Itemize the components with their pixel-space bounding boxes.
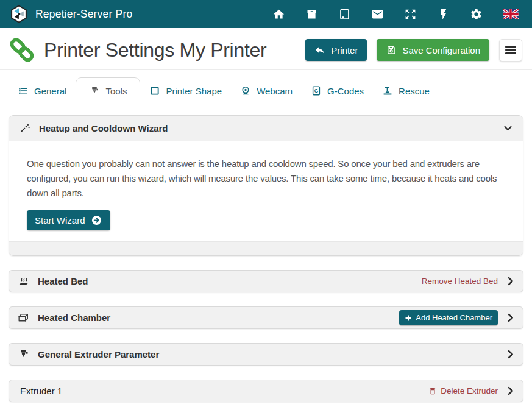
tab-rescue[interactable]: Rescue (373, 77, 439, 104)
tab-tools[interactable]: Tools (76, 77, 140, 104)
section-general-extruder-parameter[interactable]: General Extruder Parameter (9, 343, 523, 366)
rescue-icon (382, 85, 393, 96)
wizard-panel-title: Heatup and Cooldown Wizard (39, 123, 168, 133)
home-icon[interactable] (272, 8, 285, 21)
topbar-icon-menu (272, 8, 522, 21)
section-title: General Extruder Parameter (38, 349, 159, 359)
add-heated-chamber-button[interactable]: Add Heated Chamber (399, 310, 498, 325)
list-icon (18, 85, 29, 96)
trash-icon (428, 387, 437, 395)
section-heated-chamber[interactable]: Heated Chamber Add Heated Chamber (9, 306, 523, 329)
section-heated-bed[interactable]: Heated Bed Remove Heated Bed (9, 270, 523, 292)
tab-webcam[interactable]: Webcam (231, 77, 302, 104)
archive-box-icon[interactable] (305, 8, 318, 21)
printer-button[interactable]: Printer (305, 39, 367, 61)
gcode-file-icon: G (311, 85, 322, 96)
chain-link-icon (9, 37, 35, 63)
tab-general[interactable]: General (9, 77, 76, 104)
magic-wand-icon (19, 122, 30, 134)
square-outline-icon (149, 85, 160, 96)
wizard-panel-body: One question you probably can not answer… (9, 141, 523, 241)
heated-bed-icon (17, 275, 30, 288)
wizard-panel-header[interactable]: Heatup and Cooldown Wizard (9, 116, 523, 141)
tablet-icon[interactable] (338, 8, 351, 21)
tab-printer-shape[interactable]: Printer Shape (140, 77, 231, 104)
chevron-right-icon[interactable] (505, 276, 516, 286)
heatup-cooldown-wizard-panel: Heatup and Cooldown Wizard One question … (9, 115, 523, 256)
section-title: Heated Bed (38, 276, 88, 286)
section-extruder-1[interactable]: Extruder 1 Delete Extruder (9, 380, 523, 402)
svg-text:G: G (314, 88, 318, 94)
chevron-right-icon[interactable] (505, 386, 516, 396)
section-title: Extruder 1 (17, 386, 62, 396)
chamber-icon (17, 311, 30, 324)
brand[interactable]: Repetier-Server Pro (10, 5, 132, 23)
chevron-right-icon[interactable] (505, 349, 516, 359)
plus-icon (405, 314, 412, 322)
app-title: Repetier-Server Pro (35, 8, 132, 21)
uk-flag-icon[interactable] (503, 9, 519, 19)
extruder-icon (17, 348, 30, 361)
arrow-right-circle-icon (91, 214, 102, 226)
menu-button[interactable] (499, 39, 522, 62)
page-title: Printer Settings My Printer (44, 39, 266, 62)
save-configuration-button[interactable]: Save Configuration (377, 39, 489, 61)
mail-icon[interactable] (371, 8, 384, 21)
extruder-icon (89, 85, 100, 96)
page-header: Printer Settings My Printer Printer Save… (0, 28, 532, 70)
bolt-icon[interactable] (437, 8, 450, 21)
gear-icon[interactable] (470, 8, 483, 21)
section-title: Heated Chamber (38, 313, 110, 323)
delete-extruder-link[interactable]: Delete Extruder (428, 386, 498, 395)
chevron-down-icon[interactable] (503, 123, 513, 133)
webcam-icon (240, 85, 251, 96)
remove-heated-bed-link[interactable]: Remove Heated Bed (422, 277, 498, 286)
start-wizard-button[interactable]: Start Wizard (27, 210, 110, 230)
repetier-logo-icon (10, 5, 28, 23)
back-arrow-icon (314, 44, 325, 55)
chevron-right-icon[interactable] (505, 313, 516, 323)
hamburger-icon (505, 45, 516, 55)
save-icon (386, 44, 397, 55)
settings-tab-bar: General Tools Printer Shape Webcam G G-C… (0, 71, 532, 104)
expand-icon[interactable] (404, 8, 417, 21)
tab-gcodes[interactable]: G G-Codes (302, 77, 373, 104)
wizard-description: One question you probably can not answer… (27, 157, 505, 200)
wizard-panel-footer (9, 241, 523, 255)
top-navigation-bar: Repetier-Server Pro (0, 0, 532, 28)
